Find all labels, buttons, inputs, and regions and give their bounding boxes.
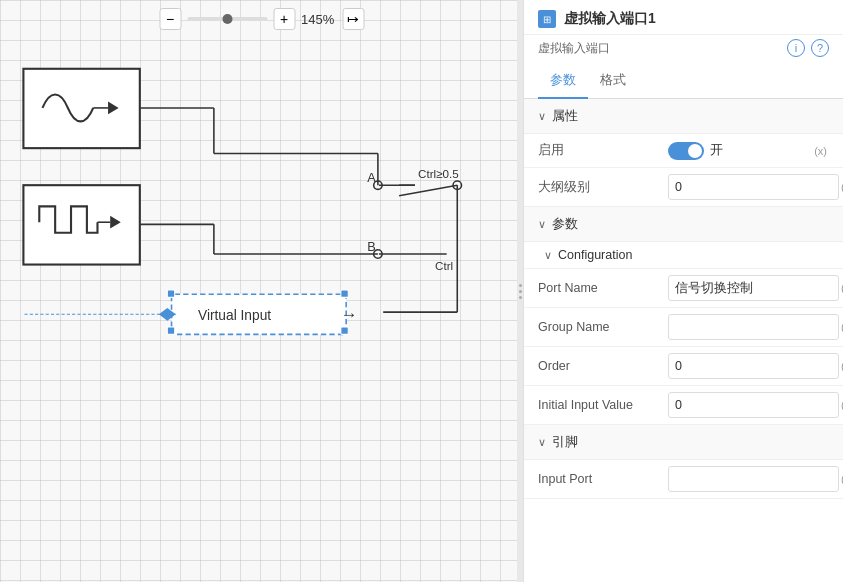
params-section-header[interactable]: ∨ 参数: [524, 207, 843, 242]
config-subsection-header[interactable]: ∨ Configuration: [524, 242, 843, 269]
subtitle-text: 虚拟输入端口: [538, 40, 610, 57]
config-chevron: ∨: [544, 249, 552, 262]
properties-section-header[interactable]: ∨ 属性: [524, 99, 843, 134]
svg-text:B: B: [367, 240, 375, 254]
enable-value: 开: [668, 142, 812, 160]
outline-level-value: [668, 174, 839, 200]
toggle-knob: [688, 144, 702, 158]
port-name-label: Port Name: [538, 281, 668, 295]
svg-rect-0: [23, 69, 139, 148]
svg-rect-30: [341, 290, 348, 297]
group-name-row: Group Name (x): [524, 308, 843, 347]
input-port-input[interactable]: [668, 466, 839, 492]
svg-text:→: →: [341, 305, 358, 324]
panel-title: 虚拟输入端口1: [564, 10, 829, 28]
params-section-label: 参数: [552, 215, 578, 233]
enable-state-label: 开: [710, 142, 723, 159]
params-section-content: ∨ Configuration Port Name (x) Group Name: [524, 242, 843, 425]
properties-section-content: 启用 开 (x) 大纲级别 (x): [524, 134, 843, 207]
svg-rect-31: [167, 327, 174, 334]
group-name-value: [668, 314, 839, 340]
group-name-label: Group Name: [538, 320, 668, 334]
outline-level-row: 大纲级别 (x): [524, 168, 843, 207]
properties-chevron: ∨: [538, 110, 546, 123]
enable-reset-btn[interactable]: (x): [812, 145, 829, 157]
panel-content[interactable]: ∨ 属性 启用 开 (x) 大纲级别: [524, 99, 843, 582]
svg-rect-29: [167, 290, 174, 297]
outline-level-label: 大纲级别: [538, 179, 668, 196]
pins-section-content: Input Port (x): [524, 460, 843, 499]
svg-text:A: A: [367, 171, 376, 185]
panel-header: ⊞ 虚拟输入端口1: [524, 0, 843, 35]
properties-section-label: 属性: [552, 107, 578, 125]
right-panel: ⊞ 虚拟输入端口1 虚拟输入端口 i ? 参数 格式 ∨ 属性: [523, 0, 843, 582]
svg-rect-3: [23, 185, 139, 264]
initial-input-value: [668, 392, 839, 418]
svg-text:Virtual Input: Virtual Input: [198, 308, 271, 323]
canvas-divider: [517, 0, 523, 582]
input-port-value: [668, 466, 839, 492]
tab-format[interactable]: 格式: [588, 63, 638, 99]
pins-chevron: ∨: [538, 436, 546, 449]
initial-input-input[interactable]: [668, 392, 839, 418]
header-icons: i ?: [787, 39, 829, 57]
help-icon[interactable]: ?: [811, 39, 829, 57]
canvas-area[interactable]: − + 145% ↦: [0, 0, 523, 582]
svg-text:Ctrl≥0.5: Ctrl≥0.5: [418, 167, 459, 180]
pins-section-header[interactable]: ∨ 引脚: [524, 425, 843, 460]
component-icon: ⊞: [538, 10, 556, 28]
group-name-reset-btn[interactable]: (x): [839, 321, 843, 333]
enable-toggle[interactable]: [668, 142, 704, 160]
input-port-row: Input Port (x): [524, 460, 843, 499]
svg-text:Ctrl: Ctrl: [435, 259, 453, 272]
initial-input-label: Initial Input Value: [538, 398, 668, 412]
order-row: Order (x): [524, 347, 843, 386]
port-name-reset-btn[interactable]: (x): [839, 282, 843, 294]
enable-label: 启用: [538, 142, 668, 159]
port-name-value: [668, 275, 839, 301]
input-port-label: Input Port: [538, 472, 668, 486]
group-name-input[interactable]: [668, 314, 839, 340]
port-name-input[interactable]: [668, 275, 839, 301]
panel-subtitle: 虚拟输入端口 i ?: [524, 35, 843, 63]
outline-level-reset-btn[interactable]: (x): [839, 181, 843, 193]
outline-level-input[interactable]: [668, 174, 839, 200]
input-port-reset-btn[interactable]: (x): [839, 473, 843, 485]
port-name-row: Port Name (x): [524, 269, 843, 308]
svg-line-20: [399, 185, 457, 196]
initial-input-row: Initial Input Value (x): [524, 386, 843, 425]
order-label: Order: [538, 359, 668, 373]
config-section-label: Configuration: [558, 248, 632, 262]
order-value: [668, 353, 839, 379]
pins-section-label: 引脚: [552, 433, 578, 451]
order-input[interactable]: [668, 353, 839, 379]
enable-row: 启用 开 (x): [524, 134, 843, 168]
panel-tabs: 参数 格式: [524, 63, 843, 99]
wiring-diagram: A B Ctrl≥0.5 Ctrl Virtual Input →: [0, 0, 523, 582]
initial-input-reset-btn[interactable]: (x): [839, 399, 843, 411]
tab-params[interactable]: 参数: [538, 63, 588, 99]
info-icon[interactable]: i: [787, 39, 805, 57]
svg-rect-32: [341, 327, 348, 334]
params-chevron: ∨: [538, 218, 546, 231]
order-reset-btn[interactable]: (x): [839, 360, 843, 372]
main-container: − + 145% ↦: [0, 0, 843, 582]
